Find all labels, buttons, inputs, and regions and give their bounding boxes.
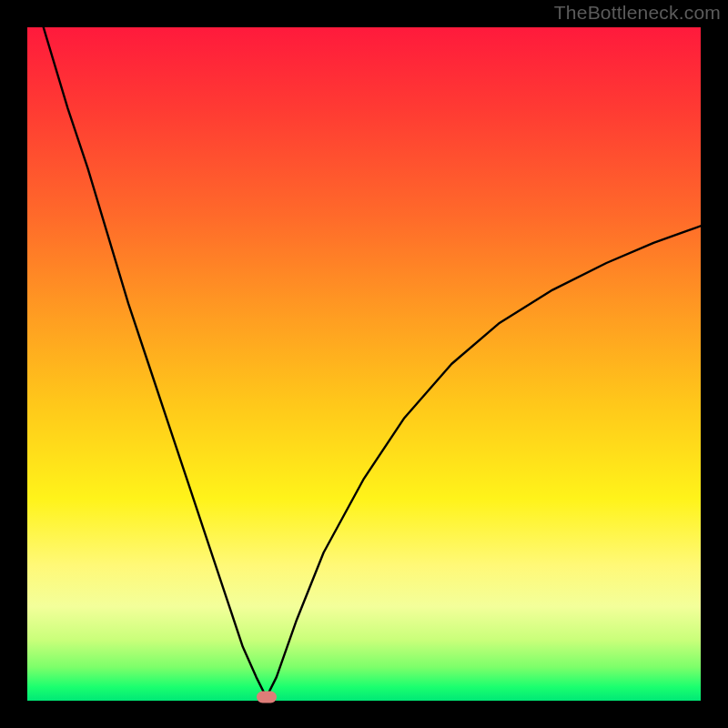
- minimum-marker-icon: [257, 692, 277, 703]
- chart-frame: TheBottleneck.com: [0, 0, 728, 728]
- watermark-text: TheBottleneck.com: [554, 2, 721, 24]
- bottleneck-curve: [27, 27, 701, 701]
- plot-area: [27, 27, 701, 701]
